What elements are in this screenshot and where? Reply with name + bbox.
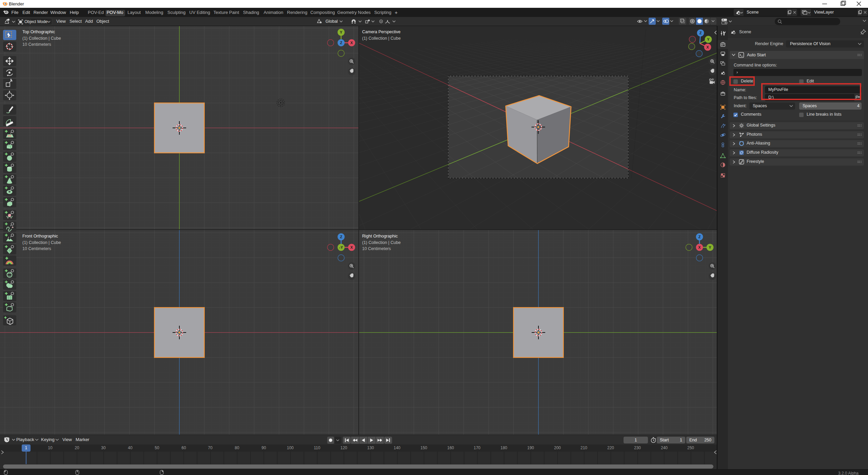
svg-text:Global: Global	[326, 19, 338, 24]
svg-text:-Y: -Y	[339, 245, 343, 249]
svg-text:Z: Z	[698, 235, 701, 239]
svg-text:Z: Z	[340, 41, 342, 45]
svg-text:Y: Y	[707, 37, 710, 41]
svg-text:Z: Z	[340, 235, 342, 239]
svg-text:Y: Y	[709, 245, 711, 249]
svg-text:Z: Z	[699, 31, 702, 35]
svg-text:X: X	[350, 41, 353, 45]
svg-text:Y: Y	[340, 30, 342, 34]
svg-text:X: X	[706, 45, 709, 49]
svg-text:X: X	[350, 245, 353, 249]
svg-text:X: X	[698, 245, 701, 249]
svg-text:oo: oo	[8, 134, 12, 137]
